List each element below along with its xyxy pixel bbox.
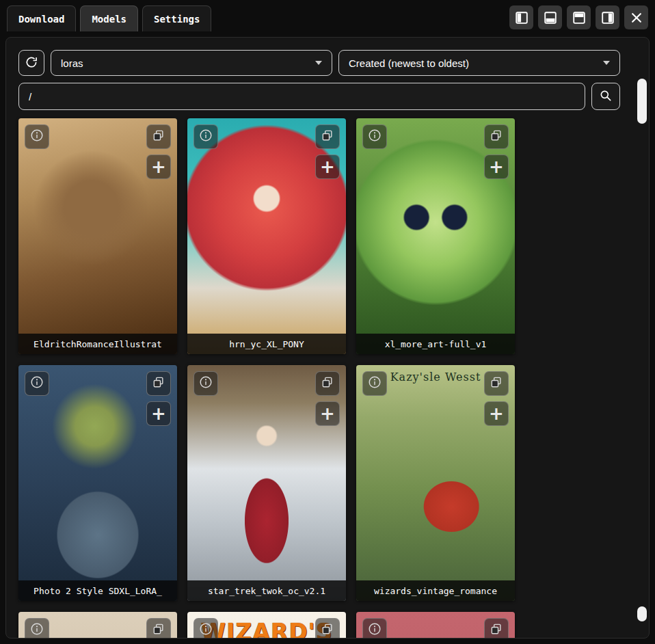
close-icon — [630, 11, 643, 25]
model-card[interactable]: + Photo 2 Style SDXL_LoRA_ — [18, 365, 177, 601]
info-button[interactable] — [193, 124, 218, 149]
info-button[interactable] — [193, 618, 218, 639]
model-card[interactable]: + — [18, 612, 177, 639]
tab-bar: Download Models Settings — [7, 5, 211, 31]
plus-icon: + — [489, 405, 504, 422]
plus-icon: + — [151, 405, 166, 422]
copy-button[interactable] — [146, 618, 171, 639]
layout-panel-right-button[interactable] — [596, 5, 619, 29]
card-name: EldritchRomanceIllustrat — [18, 334, 177, 354]
model-type-value: loras — [61, 57, 83, 69]
card-thumbnail — [18, 118, 177, 354]
copy-button[interactable] — [484, 124, 509, 149]
card-thumbnail — [187, 118, 346, 354]
add-button[interactable]: + — [484, 401, 509, 426]
model-card[interactable]: + xl_more_art-full_v1 — [356, 118, 515, 354]
close-button[interactable] — [624, 5, 648, 29]
info-icon — [198, 621, 213, 639]
info-button[interactable] — [25, 371, 49, 396]
add-button[interactable]: + — [146, 155, 171, 179]
card-name: star_trek_twok_oc_v2.1 — [187, 580, 346, 601]
info-icon — [367, 375, 382, 392]
model-card[interactable]: + EldritchRomanceIllustrat — [18, 118, 177, 354]
copy-button[interactable] — [484, 618, 509, 639]
model-card[interactable]: Kazy'sle Wesst + wizards_vintage_romance — [356, 365, 515, 601]
window-controls — [509, 5, 648, 29]
copy-icon — [152, 129, 165, 145]
model-card[interactable]: + star_trek_twok_oc_v2.1 — [187, 365, 346, 601]
panel-left-icon — [514, 10, 529, 25]
copy-icon — [490, 129, 503, 145]
card-name: xl_more_art-full_v1 — [356, 334, 515, 354]
models-panel: loras Created (newest to oldest) — [5, 37, 650, 639]
add-button[interactable]: + — [146, 401, 171, 426]
copy-icon — [321, 129, 334, 145]
panel-right-icon — [600, 10, 615, 25]
info-icon — [29, 621, 44, 639]
scrollbar-thumb[interactable] — [637, 79, 647, 124]
info-icon — [198, 128, 213, 146]
panel-bottom-icon — [543, 10, 558, 25]
info-icon — [367, 621, 382, 639]
info-button[interactable] — [362, 618, 387, 639]
info-icon — [29, 375, 44, 392]
model-card[interactable]: WIZARD'S + — [187, 612, 346, 639]
card-thumbnail — [18, 365, 177, 601]
copy-icon — [490, 375, 503, 392]
plus-icon: + — [320, 405, 335, 422]
top-bar: Download Models Settings — [0, 0, 655, 37]
info-icon — [198, 375, 213, 392]
copy-icon — [321, 622, 334, 639]
refresh-icon — [25, 55, 38, 71]
info-icon — [367, 128, 382, 146]
models-toolbar: loras Created (newest to oldest) — [18, 50, 620, 76]
copy-button[interactable] — [146, 124, 171, 149]
model-card[interactable]: + — [356, 612, 515, 639]
chevron-down-icon — [315, 61, 322, 65]
info-button[interactable] — [193, 371, 218, 396]
copy-icon — [152, 622, 165, 639]
copy-button[interactable] — [315, 124, 340, 149]
sort-select[interactable]: Created (newest to oldest) — [338, 50, 620, 76]
chevron-down-icon — [603, 61, 610, 65]
card-thumbnail — [187, 365, 346, 601]
plus-icon: + — [151, 158, 166, 176]
info-button[interactable] — [25, 124, 49, 149]
model-type-select[interactable]: loras — [51, 50, 332, 76]
search-row — [18, 83, 620, 110]
copy-button[interactable] — [484, 371, 509, 396]
copy-icon — [152, 375, 165, 392]
model-card[interactable]: + hrn_yc_XL_PONY — [187, 118, 346, 354]
tab-models[interactable]: Models — [80, 5, 138, 31]
tab-settings[interactable]: Settings — [142, 5, 211, 31]
layout-panel-bottom-button[interactable] — [538, 5, 562, 29]
plus-icon: + — [489, 158, 504, 176]
tab-download[interactable]: Download — [7, 5, 76, 31]
add-button[interactable]: + — [484, 155, 509, 179]
refresh-button[interactable] — [18, 50, 44, 76]
search-icon — [599, 89, 613, 105]
add-button[interactable]: + — [315, 155, 340, 179]
scrollbar-thumb-bottom[interactable] — [637, 606, 647, 621]
info-button[interactable] — [362, 124, 387, 149]
copy-button[interactable] — [146, 371, 171, 396]
add-button[interactable]: + — [315, 401, 340, 426]
copy-button[interactable] — [315, 618, 340, 639]
search-button[interactable] — [591, 83, 620, 110]
card-name: wizards_vintage_romance — [356, 580, 515, 601]
card-thumbnail — [356, 118, 515, 354]
info-button[interactable] — [25, 618, 49, 639]
scrollbar — [637, 79, 647, 594]
sort-value: Created (newest to oldest) — [349, 57, 469, 69]
layout-panel-left-button[interactable] — [509, 5, 533, 29]
layout-panel-top-button[interactable] — [567, 5, 591, 29]
copy-icon — [321, 375, 334, 392]
card-name: Photo 2 Style SDXL_LoRA_ — [18, 580, 177, 601]
search-input[interactable] — [18, 83, 585, 110]
copy-icon — [490, 622, 503, 639]
card-thumbnail — [356, 365, 515, 601]
model-grid: + EldritchRomanceIllustrat + — [18, 118, 620, 639]
plus-icon: + — [320, 158, 335, 176]
info-button[interactable] — [362, 371, 387, 396]
copy-button[interactable] — [315, 371, 340, 396]
